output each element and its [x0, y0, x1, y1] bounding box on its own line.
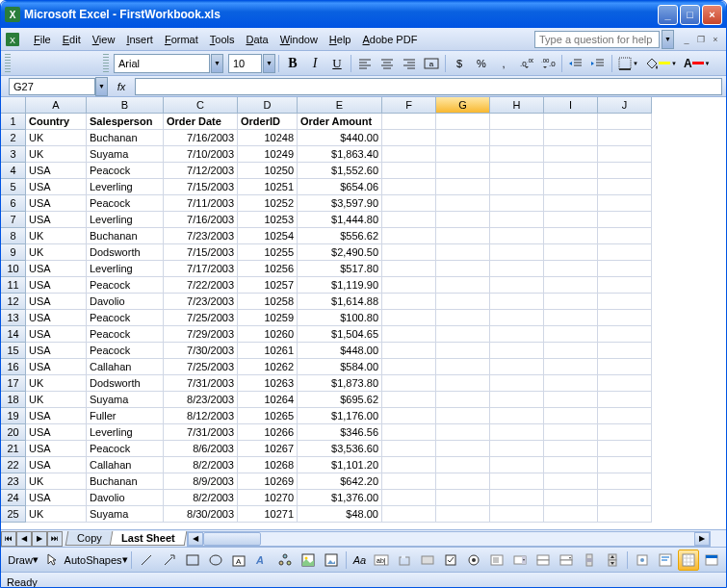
line-tool-button[interactable]	[136, 550, 157, 571]
cell[interactable]: 8/12/2003	[164, 408, 238, 424]
window-close-button[interactable]: ×	[702, 5, 722, 25]
cell[interactable]	[436, 228, 490, 244]
row-header[interactable]: 20	[1, 424, 26, 441]
tab-nav-first-icon[interactable]: ⏮	[1, 531, 16, 547]
cell[interactable]: 8/6/2003	[164, 441, 238, 457]
cell[interactable]: Peacock	[87, 163, 164, 179]
cell[interactable]	[436, 408, 490, 424]
column-header-C[interactable]: C	[164, 97, 238, 114]
cell[interactable]	[544, 473, 598, 490]
cell[interactable]	[490, 424, 544, 441]
cell[interactable]: Suyama	[87, 506, 164, 523]
cell[interactable]	[544, 490, 598, 506]
cell[interactable]: Davolio	[87, 490, 164, 506]
cell[interactable]: Leverling	[87, 212, 164, 228]
cell[interactable]: Suyama	[87, 146, 164, 163]
cell[interactable]: Leverling	[87, 261, 164, 277]
cell[interactable]	[598, 195, 652, 212]
decrease-indent-button[interactable]	[565, 53, 586, 74]
cell[interactable]	[382, 408, 436, 424]
cell[interactable]: UK	[26, 375, 87, 392]
cell[interactable]	[436, 261, 490, 277]
cell[interactable]	[436, 277, 490, 294]
cell[interactable]: Dodsworth	[87, 375, 164, 392]
cell[interactable]	[544, 195, 598, 212]
bold-button[interactable]: B	[282, 53, 303, 74]
cell[interactable]: $1,119.90	[298, 277, 382, 294]
cell[interactable]: Peacock	[87, 310, 164, 326]
cell[interactable]: $695.62	[298, 392, 382, 408]
cell[interactable]: 10255	[238, 244, 298, 261]
row-header[interactable]: 17	[1, 375, 26, 392]
cell[interactable]: 7/23/2003	[164, 294, 238, 310]
cell[interactable]	[490, 473, 544, 490]
cell[interactable]	[544, 179, 598, 195]
borders-button[interactable]: ▼	[615, 53, 641, 74]
cell[interactable]	[382, 343, 436, 359]
row-header[interactable]: 19	[1, 408, 26, 424]
cell[interactable]	[490, 146, 544, 163]
cell[interactable]	[544, 294, 598, 310]
column-header-A[interactable]: A	[26, 97, 87, 114]
column-header-F[interactable]: F	[382, 97, 436, 114]
cell[interactable]: USA	[26, 359, 87, 375]
currency-button[interactable]: $	[449, 53, 470, 74]
cell[interactable]: USA	[26, 424, 87, 441]
cell[interactable]: USA	[26, 163, 87, 179]
cell[interactable]: 10263	[238, 375, 298, 392]
toolbar-grip[interactable]	[5, 54, 11, 73]
cell[interactable]	[436, 294, 490, 310]
cell[interactable]: $3,536.60	[298, 441, 382, 457]
row-header[interactable]: 16	[1, 359, 26, 375]
tab-nav-last-icon[interactable]: ⏭	[47, 531, 63, 547]
cell[interactable]	[598, 457, 652, 473]
cell[interactable]	[382, 359, 436, 375]
cell[interactable]: UK	[26, 392, 87, 408]
cell[interactable]	[544, 114, 598, 130]
cell[interactable]: Dodsworth	[87, 244, 164, 261]
cell[interactable]	[436, 326, 490, 343]
cell[interactable]: 10254	[238, 228, 298, 244]
form-groupbox-button[interactable]	[394, 550, 415, 571]
cell[interactable]	[490, 506, 544, 523]
cell[interactable]	[544, 130, 598, 146]
name-box[interactable]: G27	[9, 78, 95, 95]
scroll-right-icon[interactable]: ▶	[694, 532, 710, 546]
cell[interactable]: UK	[26, 506, 87, 523]
cell[interactable]	[490, 261, 544, 277]
row-header[interactable]: 13	[1, 310, 26, 326]
underline-button[interactable]: U	[326, 53, 348, 74]
cell[interactable]: 10264	[238, 392, 298, 408]
cell[interactable]: $1,614.88	[298, 294, 382, 310]
cell[interactable]: 8/2/2003	[164, 490, 238, 506]
cell[interactable]	[436, 130, 490, 146]
cell[interactable]	[544, 277, 598, 294]
cell[interactable]: 10261	[238, 343, 298, 359]
row-header[interactable]: 11	[1, 277, 26, 294]
cell[interactable]: USA	[26, 310, 87, 326]
cell[interactable]: USA	[26, 343, 87, 359]
row-header[interactable]: 4	[1, 163, 26, 179]
cell[interactable]	[544, 392, 598, 408]
cell[interactable]: $1,863.40	[298, 146, 382, 163]
cell[interactable]	[598, 359, 652, 375]
cell[interactable]: USA	[26, 294, 87, 310]
row-header[interactable]: 7	[1, 212, 26, 228]
cell[interactable]: 10268	[238, 457, 298, 473]
workbook-minimize-button[interactable]: _	[680, 33, 693, 46]
menu-tools[interactable]: Tools	[204, 32, 241, 47]
arrow-tool-button[interactable]	[159, 550, 180, 571]
name-box-dropdown-icon[interactable]: ▼	[95, 77, 108, 96]
cell[interactable]: 10260	[238, 326, 298, 343]
cell[interactable]	[382, 163, 436, 179]
cell[interactable]	[436, 473, 490, 490]
align-left-button[interactable]	[354, 53, 376, 74]
cell[interactable]: $48.00	[298, 506, 382, 523]
cell[interactable]	[490, 195, 544, 212]
cell[interactable]	[544, 310, 598, 326]
cell[interactable]: Fuller	[87, 408, 164, 424]
cell[interactable]	[544, 212, 598, 228]
cell[interactable]	[598, 408, 652, 424]
row-header[interactable]: 24	[1, 490, 26, 506]
cell[interactable]: 7/25/2003	[164, 310, 238, 326]
